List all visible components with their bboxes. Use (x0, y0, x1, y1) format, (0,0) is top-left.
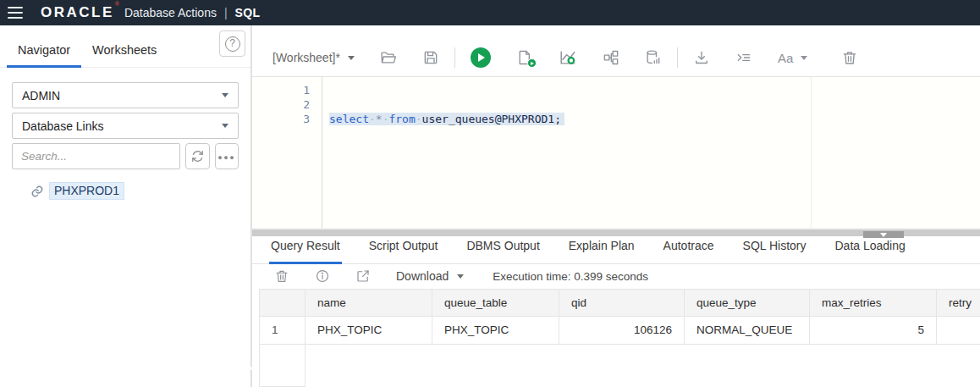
cell-retry[interactable] (937, 317, 980, 345)
save-button[interactable] (422, 49, 439, 66)
clear-results-button[interactable] (274, 268, 289, 284)
tab-sql-history[interactable]: SQL History (741, 239, 808, 263)
tab-worksheets[interactable]: Worksheets (81, 43, 168, 67)
autotrace-button[interactable] (603, 49, 619, 66)
tab-explain-plan[interactable]: Explain Plan (567, 239, 636, 263)
column-header-queue-table[interactable]: queue_table (432, 289, 559, 317)
cell-queue-type[interactable]: NORMAL_QUEUE (685, 317, 810, 345)
navigator-sidebar: Navigator Worksheets ? ADMIN Database Li… (0, 25, 251, 387)
schema-select-value: ADMIN (22, 89, 222, 102)
result-grid: name queue_table qid queue_type max_retr… (259, 289, 980, 345)
worksheet-toolbar: [Worksheet]* (252, 25, 980, 77)
tab-dbms-output[interactable]: DBMS Output (465, 239, 541, 263)
download-editor-button[interactable] (693, 49, 710, 66)
tab-query-result[interactable]: Query Result (269, 239, 342, 263)
schema-select[interactable]: ADMIN (12, 82, 239, 108)
external-link-icon (355, 268, 371, 284)
app-title: Database Actions (124, 6, 217, 19)
chevron-down-icon (222, 93, 228, 97)
explain-plan-button[interactable] (559, 48, 577, 67)
info-button[interactable] (315, 268, 330, 284)
tree-item-phxprod1[interactable]: PHXPROD1 (30, 182, 251, 200)
tab-script-output[interactable]: Script Output (367, 239, 440, 263)
trash-icon (841, 49, 858, 66)
grid-header-row: name queue_table qid queue_type max_retr… (259, 289, 980, 317)
line-number: 3 (252, 112, 310, 126)
refresh-button[interactable] (185, 143, 210, 169)
open-in-new-button[interactable] (355, 268, 371, 284)
format-button[interactable] (735, 49, 752, 66)
download-results-button[interactable]: Download (396, 269, 464, 283)
help-button[interactable]: ? (219, 30, 245, 57)
result-tabs: Query Result Script Output DBMS Output E… (252, 236, 980, 264)
explain-plan-chart-icon (559, 48, 577, 67)
mini-run-icon (527, 58, 537, 68)
table-row[interactable]: 1 PHX_TOPIC PHX_TOPIC 106126 NORMAL_QUEU… (259, 317, 980, 345)
horizontal-splitter-handle[interactable] (863, 231, 904, 238)
chevron-down-icon (457, 274, 464, 279)
help-icon: ? (225, 36, 240, 52)
search-row: ●●● (12, 143, 239, 169)
whitespace-dot: · (369, 113, 376, 125)
clear-worksheet-button[interactable] (841, 49, 858, 66)
sql-keyword: select (329, 113, 369, 125)
cell-name[interactable]: PHX_TOPIC (306, 317, 432, 345)
sql-keyword: from (388, 113, 415, 125)
database-history-icon (645, 49, 662, 66)
sql-history-button[interactable] (645, 49, 662, 66)
cell-queue-table[interactable]: PHX_TOPIC (432, 317, 559, 345)
tree-item-label: PHXPROD1 (49, 182, 124, 200)
line-number: 2 (252, 97, 310, 112)
run-icon (471, 47, 491, 68)
object-type-select-value: Database Links (22, 119, 222, 133)
sql-editor[interactable]: 1 2 3 select·*·from·user_queues@PHXPROD1… (252, 77, 980, 228)
cell-max-retries[interactable]: 5 (810, 317, 937, 345)
results-panel: Query Result Script Output DBMS Output E… (252, 236, 980, 387)
column-header-max-retries[interactable]: max_retries (810, 289, 937, 317)
folder-open-icon (380, 49, 397, 66)
context-title: SQL (235, 6, 261, 19)
run-script-button[interactable] (516, 49, 533, 66)
chevron-down-icon (348, 56, 355, 60)
open-file-button[interactable] (380, 49, 397, 66)
editor-line-numbers: 1 2 3 (252, 77, 322, 228)
sidebar-tabs: Navigator Worksheets ? (0, 25, 251, 68)
oracle-logo: ORACLE® (41, 4, 118, 21)
font-size-selector[interactable]: Aa (778, 51, 807, 65)
column-header-qid[interactable]: qid (559, 289, 685, 317)
editor-code-area[interactable]: select·*·from·user_queues@PHXPROD1; (322, 77, 980, 228)
horizontal-splitter[interactable] (252, 228, 980, 236)
code-line-1: select·*·from·user_queues@PHXPROD1; (329, 112, 980, 126)
app-window: ORACLE® Database Actions | SQL Navigator… (0, 0, 980, 387)
oracle-trademark: ® (115, 1, 119, 7)
sql-operator: * (376, 113, 383, 125)
save-icon (422, 49, 439, 66)
worksheet-selector-label: [Worksheet]* (273, 51, 340, 64)
font-size-label: Aa (778, 51, 793, 65)
chevron-down-icon (222, 124, 228, 128)
more-actions-button[interactable]: ●●● (215, 143, 239, 169)
column-header-queue-type[interactable]: queue_type (685, 289, 810, 317)
worksheet-selector[interactable]: [Worksheet]* (273, 51, 355, 64)
run-statement-button[interactable] (471, 47, 491, 68)
whitespace-dot: · (416, 113, 422, 125)
column-header-name[interactable]: name (306, 289, 432, 317)
download-icon (693, 49, 710, 66)
cell-qid[interactable]: 106126 (559, 317, 685, 345)
worksheet-panel: [Worksheet]* (252, 25, 980, 387)
search-input[interactable] (12, 143, 180, 169)
column-header-retry[interactable]: retry (937, 289, 980, 317)
tab-data-loading[interactable]: Data Loading (834, 239, 907, 263)
trash-icon (274, 268, 289, 284)
object-type-select[interactable]: Database Links (12, 113, 239, 139)
tab-autotrace[interactable]: Autotrace (662, 239, 716, 263)
tab-navigator[interactable]: Navigator (7, 43, 81, 67)
main-content: Navigator Worksheets ? ADMIN Database Li… (0, 25, 980, 387)
hamburger-menu-icon[interactable] (8, 7, 23, 19)
empty-row-number-cell (259, 345, 306, 387)
row-number-cell: 1 (259, 317, 306, 345)
row-number-header (259, 289, 306, 317)
download-label: Download (396, 269, 449, 283)
result-toolbar: Download Execution time: 0.399 seconds (252, 264, 980, 289)
editor-margin-ruler (811, 77, 812, 228)
